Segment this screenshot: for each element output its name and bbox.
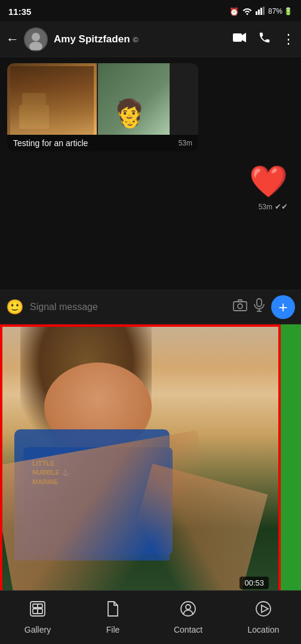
attach-button[interactable]: +: [271, 295, 295, 319]
chat-image-right[interactable]: 🧒: [98, 63, 170, 135]
svg-marker-22: [262, 605, 268, 612]
chat-area: 🧒 Testing for an article 53m ❤️ 53m ✔✔: [0, 57, 301, 290]
gallery-icon: [29, 600, 46, 621]
alarm-icon: ⏰: [229, 7, 239, 16]
microphone-button[interactable]: [253, 298, 265, 316]
contact-button[interactable]: Contact: [150, 600, 226, 634]
svg-rect-15: [33, 604, 38, 608]
bubble-caption: Testing for an article 53m: [7, 135, 198, 151]
video-call-button[interactable]: [233, 32, 247, 46]
location-label: Location: [248, 625, 280, 634]
file-icon: [105, 600, 121, 621]
svg-rect-9: [234, 302, 247, 311]
svg-rect-7: [233, 33, 242, 42]
contact-avatar: [24, 27, 48, 51]
media-panel: LITTLE NUBBLE ⚓ MARINE 00:53: [0, 324, 301, 599]
green-strip: [281, 324, 301, 599]
back-button[interactable]: ←: [6, 32, 19, 47]
video-duration-badge: 00:53: [239, 577, 269, 589]
svg-rect-3: [263, 7, 265, 15]
battery-icon: 87% 🔋: [268, 7, 293, 16]
gallery-label: Gallery: [24, 625, 51, 634]
video-preview[interactable]: LITTLE NUBBLE ⚓ MARINE 00:53: [0, 324, 281, 599]
images-row: 🧒: [7, 63, 198, 135]
contact-label: Contact: [174, 625, 202, 634]
message-input-bar: 🙂 +: [0, 290, 301, 324]
bottom-toolbar: Gallery File Contact Locat: [0, 590, 301, 644]
chat-image-left[interactable]: [7, 63, 97, 135]
wifi-icon: [242, 7, 253, 17]
svg-point-10: [238, 304, 242, 309]
heart-reaction: ❤️ 53m ✔✔: [7, 163, 294, 211]
status-icons: ⏰ 87% 🔋: [229, 7, 293, 17]
contact-icon: [180, 600, 196, 621]
svg-rect-17: [33, 609, 38, 614]
svg-point-20: [186, 605, 191, 609]
gallery-button[interactable]: Gallery: [0, 600, 75, 634]
svg-rect-2: [260, 8, 262, 15]
heart-emoji: ❤️: [249, 163, 288, 200]
svg-rect-0: [256, 11, 257, 15]
file-label: File: [106, 625, 120, 634]
phone-call-button[interactable]: [258, 31, 271, 47]
heart-time-row: 53m ✔✔: [259, 202, 288, 211]
location-button[interactable]: Location: [226, 600, 301, 634]
signal-strength-icon: [256, 7, 265, 17]
header-action-icons: ⋮: [233, 31, 295, 47]
svg-point-5: [32, 33, 40, 41]
heart-timestamp: 53m: [259, 203, 272, 211]
message-input[interactable]: [30, 302, 227, 312]
status-time: 11:35: [8, 7, 31, 17]
svg-rect-16: [38, 604, 42, 608]
bubble-time: 53m: [179, 139, 192, 147]
caption-text: Testing for an article: [13, 138, 88, 148]
svg-rect-18: [38, 609, 42, 614]
file-button[interactable]: File: [75, 600, 150, 634]
svg-rect-1: [258, 10, 260, 15]
verified-badge: ©: [133, 35, 139, 44]
camera-button[interactable]: [233, 299, 247, 315]
read-receipt-icon: ✔✔: [275, 202, 288, 211]
location-icon: [255, 600, 272, 621]
svg-marker-8: [242, 33, 246, 42]
more-options-button[interactable]: ⋮: [282, 32, 295, 47]
contact-name: Amy Spitzfaden ©: [54, 33, 233, 45]
chat-header: ← Amy Spitzfaden © ⋮: [0, 21, 301, 57]
emoji-button[interactable]: 🙂: [6, 299, 24, 315]
svg-rect-11: [257, 299, 262, 306]
images-message-bubble: 🧒 Testing for an article 53m: [7, 63, 198, 151]
status-bar: 11:35 ⏰ 87% 🔋: [0, 0, 301, 21]
